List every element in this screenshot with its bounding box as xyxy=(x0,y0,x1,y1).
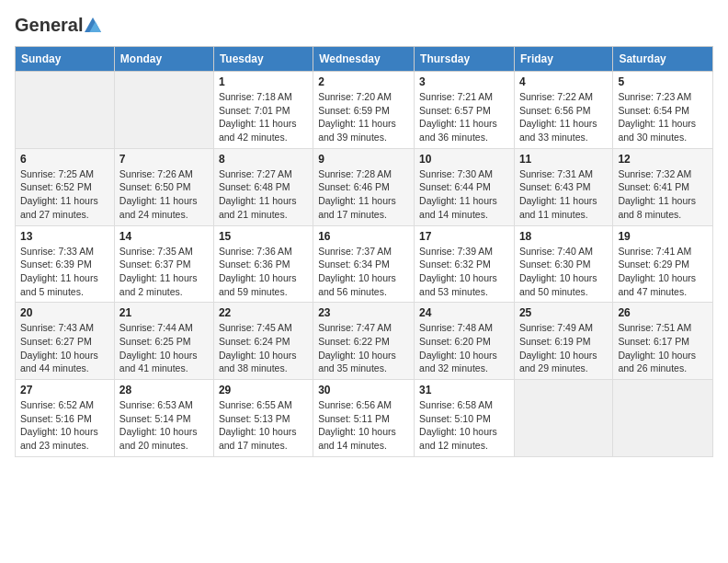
day-info: Sunrise: 7:37 AMSunset: 6:34 PMDaylight:… xyxy=(318,245,409,299)
calendar-cell: 22Sunrise: 7:45 AMSunset: 6:24 PMDayligh… xyxy=(213,303,313,380)
day-info: Sunrise: 6:56 AMSunset: 5:11 PMDaylight:… xyxy=(318,398,409,453)
calendar-cell: 8Sunrise: 7:27 AMSunset: 6:48 PMDaylight… xyxy=(213,148,313,225)
day-number: 18 xyxy=(519,230,608,243)
day-number: 7 xyxy=(119,153,209,166)
day-info: Sunrise: 6:53 AMSunset: 5:14 PMDaylight:… xyxy=(119,398,209,453)
day-info: Sunrise: 7:45 AMSunset: 6:24 PMDaylight:… xyxy=(219,321,308,375)
day-info: Sunrise: 7:49 AMSunset: 6:19 PMDaylight:… xyxy=(519,321,608,375)
day-number: 27 xyxy=(20,384,109,396)
day-number: 29 xyxy=(219,384,308,396)
day-number: 28 xyxy=(119,384,209,396)
calendar-cell: 19Sunrise: 7:41 AMSunset: 6:29 PMDayligh… xyxy=(613,225,713,303)
day-info: Sunrise: 7:31 AMSunset: 6:43 PMDaylight:… xyxy=(519,167,608,222)
day-number: 1 xyxy=(219,75,308,88)
day-info: Sunrise: 7:36 AMSunset: 6:36 PMDaylight:… xyxy=(219,245,308,299)
calendar-week-row: 6Sunrise: 7:25 AMSunset: 6:52 PMDaylight… xyxy=(16,148,713,225)
calendar-cell: 11Sunrise: 7:31 AMSunset: 6:43 PMDayligh… xyxy=(514,148,612,225)
calendar-cell: 3Sunrise: 7:21 AMSunset: 6:57 PMDaylight… xyxy=(415,72,515,149)
calendar-header-row: SundayMondayTuesdayWednesdayThursdayFrid… xyxy=(16,47,713,72)
logo-icon xyxy=(85,17,101,33)
calendar-cell: 17Sunrise: 7:39 AMSunset: 6:32 PMDayligh… xyxy=(415,225,515,303)
calendar-cell: 2Sunrise: 7:20 AMSunset: 6:59 PMDaylight… xyxy=(313,72,415,149)
calendar-cell: 27Sunrise: 6:52 AMSunset: 5:16 PMDayligh… xyxy=(16,380,115,457)
calendar-cell xyxy=(514,380,612,457)
calendar-cell: 30Sunrise: 6:56 AMSunset: 5:11 PMDayligh… xyxy=(313,380,415,457)
day-info: Sunrise: 7:23 AMSunset: 6:54 PMDaylight:… xyxy=(618,90,708,144)
day-info: Sunrise: 7:28 AMSunset: 6:46 PMDaylight:… xyxy=(318,167,409,222)
day-info: Sunrise: 7:48 AMSunset: 6:20 PMDaylight:… xyxy=(419,321,509,375)
calendar-cell xyxy=(613,380,713,457)
logo-general-text: General xyxy=(15,15,83,35)
calendar-cell: 14Sunrise: 7:35 AMSunset: 6:37 PMDayligh… xyxy=(114,225,213,303)
calendar-cell: 10Sunrise: 7:30 AMSunset: 6:44 PMDayligh… xyxy=(415,148,515,225)
calendar-cell: 21Sunrise: 7:44 AMSunset: 6:25 PMDayligh… xyxy=(114,303,213,380)
day-info: Sunrise: 7:22 AMSunset: 6:56 PMDaylight:… xyxy=(519,90,608,144)
day-info: Sunrise: 7:27 AMSunset: 6:48 PMDaylight:… xyxy=(219,167,308,222)
calendar-cell: 24Sunrise: 7:48 AMSunset: 6:20 PMDayligh… xyxy=(415,303,515,380)
day-number: 14 xyxy=(119,230,209,243)
day-number: 20 xyxy=(20,306,109,319)
calendar-cell: 6Sunrise: 7:25 AMSunset: 6:52 PMDaylight… xyxy=(16,148,115,225)
day-number: 11 xyxy=(519,153,608,166)
calendar-cell: 29Sunrise: 6:55 AMSunset: 5:13 PMDayligh… xyxy=(213,380,313,457)
day-info: Sunrise: 7:25 AMSunset: 6:52 PMDaylight:… xyxy=(20,167,109,222)
day-number: 21 xyxy=(119,306,209,319)
day-info: Sunrise: 7:41 AMSunset: 6:29 PMDaylight:… xyxy=(618,245,708,299)
day-info: Sunrise: 7:43 AMSunset: 6:27 PMDaylight:… xyxy=(20,321,109,375)
day-info: Sunrise: 7:51 AMSunset: 6:17 PMDaylight:… xyxy=(618,321,708,375)
day-info: Sunrise: 7:21 AMSunset: 6:57 PMDaylight:… xyxy=(419,90,509,144)
day-number: 9 xyxy=(318,153,409,166)
page-header: General xyxy=(15,15,713,35)
day-number: 12 xyxy=(618,153,708,166)
day-info: Sunrise: 6:58 AMSunset: 5:10 PMDaylight:… xyxy=(419,398,509,453)
day-info: Sunrise: 7:35 AMSunset: 6:37 PMDaylight:… xyxy=(119,245,209,299)
day-number: 2 xyxy=(318,75,409,88)
day-number: 24 xyxy=(419,306,509,319)
calendar-cell: 20Sunrise: 7:43 AMSunset: 6:27 PMDayligh… xyxy=(16,303,115,380)
day-number: 10 xyxy=(419,153,509,166)
day-number: 13 xyxy=(20,230,109,243)
calendar-cell xyxy=(114,72,213,149)
day-info: Sunrise: 6:55 AMSunset: 5:13 PMDaylight:… xyxy=(219,398,308,453)
calendar-cell: 18Sunrise: 7:40 AMSunset: 6:30 PMDayligh… xyxy=(514,225,612,303)
day-info: Sunrise: 7:32 AMSunset: 6:41 PMDaylight:… xyxy=(618,167,708,222)
day-info: Sunrise: 6:52 AMSunset: 5:16 PMDaylight:… xyxy=(20,398,109,453)
day-number: 5 xyxy=(618,75,708,88)
day-info: Sunrise: 7:44 AMSunset: 6:25 PMDaylight:… xyxy=(119,321,209,375)
day-number: 3 xyxy=(419,75,509,88)
day-number: 17 xyxy=(419,230,509,243)
day-info: Sunrise: 7:40 AMSunset: 6:30 PMDaylight:… xyxy=(519,245,608,299)
day-info: Sunrise: 7:18 AMSunset: 7:01 PMDaylight:… xyxy=(219,90,308,144)
day-number: 19 xyxy=(618,230,708,243)
calendar-week-row: 1Sunrise: 7:18 AMSunset: 7:01 PMDaylight… xyxy=(16,72,713,149)
day-info: Sunrise: 7:47 AMSunset: 6:22 PMDaylight:… xyxy=(318,321,409,375)
day-number: 4 xyxy=(519,75,608,88)
calendar-cell: 15Sunrise: 7:36 AMSunset: 6:36 PMDayligh… xyxy=(213,225,313,303)
calendar-cell: 1Sunrise: 7:18 AMSunset: 7:01 PMDaylight… xyxy=(213,72,313,149)
day-number: 23 xyxy=(318,306,409,319)
calendar-cell: 23Sunrise: 7:47 AMSunset: 6:22 PMDayligh… xyxy=(313,303,415,380)
day-number: 26 xyxy=(618,306,708,319)
calendar-cell: 16Sunrise: 7:37 AMSunset: 6:34 PMDayligh… xyxy=(313,225,415,303)
calendar-cell: 13Sunrise: 7:33 AMSunset: 6:39 PMDayligh… xyxy=(16,225,115,303)
day-number: 6 xyxy=(20,153,109,166)
day-info: Sunrise: 7:33 AMSunset: 6:39 PMDaylight:… xyxy=(20,245,109,299)
calendar-cell: 5Sunrise: 7:23 AMSunset: 6:54 PMDaylight… xyxy=(613,72,713,149)
day-info: Sunrise: 7:26 AMSunset: 6:50 PMDaylight:… xyxy=(119,167,209,222)
column-header-wednesday: Wednesday xyxy=(313,47,415,72)
calendar-week-row: 27Sunrise: 6:52 AMSunset: 5:16 PMDayligh… xyxy=(16,380,713,457)
day-number: 15 xyxy=(219,230,308,243)
calendar-cell: 7Sunrise: 7:26 AMSunset: 6:50 PMDaylight… xyxy=(114,148,213,225)
column-header-thursday: Thursday xyxy=(415,47,515,72)
day-number: 31 xyxy=(419,384,509,396)
calendar-cell: 26Sunrise: 7:51 AMSunset: 6:17 PMDayligh… xyxy=(613,303,713,380)
day-number: 30 xyxy=(318,384,409,396)
calendar-week-row: 20Sunrise: 7:43 AMSunset: 6:27 PMDayligh… xyxy=(16,303,713,380)
calendar-cell: 28Sunrise: 6:53 AMSunset: 5:14 PMDayligh… xyxy=(114,380,213,457)
day-info: Sunrise: 7:30 AMSunset: 6:44 PMDaylight:… xyxy=(419,167,509,222)
day-number: 8 xyxy=(219,153,308,166)
column-header-saturday: Saturday xyxy=(613,47,713,72)
column-header-monday: Monday xyxy=(114,47,213,72)
logo: General xyxy=(15,15,101,35)
calendar-cell: 9Sunrise: 7:28 AMSunset: 6:46 PMDaylight… xyxy=(313,148,415,225)
